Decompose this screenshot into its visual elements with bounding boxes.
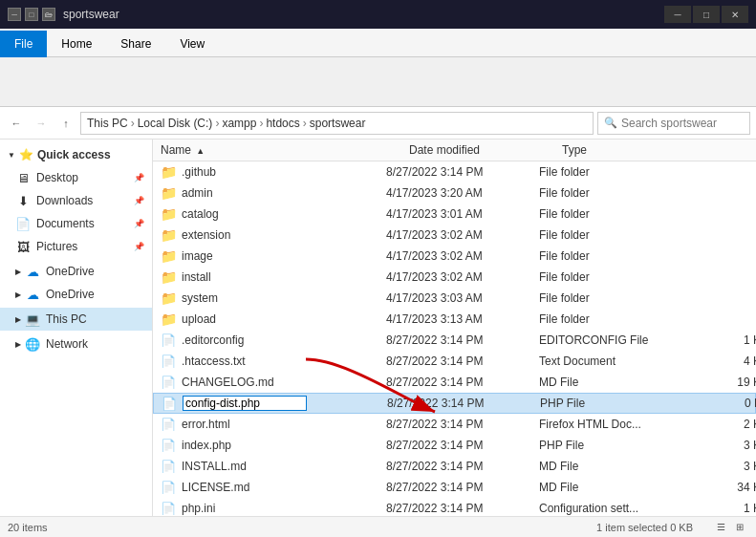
close-button[interactable]: ✕: [722, 6, 748, 23]
sidebar-item-documents[interactable]: 📄 Documents 📌: [0, 212, 152, 235]
onedrive1-arrow-icon: ▶: [15, 268, 21, 276]
file-row-extension[interactable]: 📁 extension 4/17/2023 3:02 AM File folde…: [153, 225, 756, 246]
status-view-icons: ☰ ⊞: [712, 519, 748, 536]
path-item-sportswear[interactable]: sportswear: [310, 117, 366, 130]
file-row-editorconfig[interactable]: 📄 .editorconfig 8/27/2022 3:14 PM EDITOR…: [153, 330, 756, 351]
sidebar-item-onedrive2[interactable]: ▶ ☁ OneDrive: [0, 283, 152, 306]
file-name-text: error.html: [182, 418, 230, 431]
file-name-col: 📄 LICENSE.md: [161, 481, 386, 494]
file-date: 8/27/2022 3:14 PM: [387, 397, 540, 410]
file-date: 8/27/2022 3:14 PM: [386, 502, 539, 515]
txt-icon: 📄: [161, 354, 176, 368]
file-date: 8/27/2022 3:14 PM: [386, 165, 539, 179]
title-controls[interactable]: ─ □ ✕: [664, 6, 748, 23]
file-type: File folder: [539, 312, 692, 326]
col-header-size[interactable]: Size: [715, 143, 756, 157]
network-arrow-icon: ▶: [15, 340, 21, 349]
file-name-text: INSTALL.md: [182, 460, 247, 473]
forward-button[interactable]: →: [31, 113, 52, 134]
file-date: 8/27/2022 3:14 PM: [386, 460, 539, 473]
file-name-col: 📁 image: [161, 249, 386, 263]
sidebar-item-onedrive1[interactable]: ▶ ☁ OneDrive: [0, 260, 152, 283]
back-button[interactable]: ←: [6, 113, 27, 134]
sidebar-item-downloads[interactable]: ⬇ Downloads 📌: [0, 189, 152, 212]
desktop-label: Desktop: [36, 171, 78, 184]
view-tiles-icon[interactable]: ⊞: [731, 519, 748, 536]
file-row-htaccess[interactable]: 📄 .htaccess.txt 8/27/2022 3:14 PM Text D…: [153, 351, 756, 372]
file-name-col: 📄 INSTALL.md: [161, 460, 386, 473]
address-path[interactable]: This PC › Local Disk (C:) › xampp › htdo…: [80, 112, 594, 135]
file-date: 4/17/2023 3:02 AM: [386, 249, 539, 263]
file-name-col: 📄: [162, 396, 387, 411]
file-name-text: image: [182, 249, 213, 263]
file-row-github[interactable]: 📁 .github 8/27/2022 3:14 PM File folder: [153, 161, 756, 183]
file-type: File folder: [539, 270, 692, 284]
folder-icon: 📁: [161, 186, 176, 200]
file-name-col: 📁 install: [161, 270, 386, 284]
maximize-button[interactable]: □: [693, 6, 720, 23]
file-row-system[interactable]: 📁 system 4/17/2023 3:03 AM File folder: [153, 288, 756, 309]
sidebar-item-this-pc[interactable]: ▶ 💻 This PC: [0, 308, 152, 331]
path-item-local-disk[interactable]: Local Disk (C:): [138, 117, 213, 130]
sidebar-item-network[interactable]: ▶ 🌐 Network: [0, 333, 152, 355]
folder-icon: 📁: [161, 249, 176, 263]
file-row-index-php[interactable]: 📄 index.php 8/27/2022 3:14 PM PHP File 3…: [153, 435, 756, 456]
file-row-error-html[interactable]: 📄 error.html 8/27/2022 3:14 PM Firefox H…: [153, 414, 756, 435]
tab-share[interactable]: Share: [106, 30, 165, 56]
tab-file[interactable]: File: [0, 31, 47, 57]
file-name-text: .htaccess.txt: [182, 354, 246, 368]
folder-icon: 📁: [161, 270, 176, 284]
main-area: ▼ ⭐ Quick access 🖥 Desktop 📌 ⬇ Downloads…: [0, 140, 756, 516]
path-item-htdocs[interactable]: htdocs: [266, 117, 299, 130]
file-date: 8/27/2022 3:14 PM: [386, 376, 539, 389]
file-row-install-md[interactable]: 📄 INSTALL.md 8/27/2022 3:14 PM MD File 3…: [153, 456, 756, 477]
rename-input[interactable]: [183, 396, 307, 411]
file-row-admin[interactable]: 📁 admin 4/17/2023 3:20 AM File folder: [153, 183, 756, 204]
file-row-upload[interactable]: 📁 upload 4/17/2023 3:13 AM File folder: [153, 309, 756, 330]
file-type: Firefox HTML Doc...: [539, 418, 692, 431]
file-row-changelog[interactable]: 📄 CHANGELOG.md 8/27/2022 3:14 PM MD File…: [153, 372, 756, 393]
sidebar-group-quick-access[interactable]: ▼ ⭐ Quick access: [0, 143, 152, 166]
sidebar-item-pictures[interactable]: 🖼 Pictures 📌: [0, 235, 152, 258]
this-pc-label: This PC: [46, 312, 87, 326]
ribbon-tabs: File Home Share View: [0, 29, 756, 57]
file-size: 3 KB: [692, 460, 756, 473]
onedrive2-arrow-icon: ▶: [15, 290, 21, 299]
tab-home[interactable]: Home: [47, 30, 106, 56]
col-header-name[interactable]: Name ▲: [161, 143, 409, 157]
file-row-config-dist-php[interactable]: 📄 8/27/2022 3:14 PM PHP File 0 KB: [153, 393, 756, 414]
file-row-image[interactable]: 📁 image 4/17/2023 3:02 AM File folder: [153, 246, 756, 267]
search-input[interactable]: [621, 117, 744, 130]
file-type: File folder: [539, 186, 692, 200]
minimize-button[interactable]: ─: [664, 6, 691, 23]
file-name-text: php.ini: [182, 502, 215, 515]
path-item-this-pc[interactable]: This PC: [87, 117, 128, 130]
file-row-install[interactable]: 📁 install 4/17/2023 3:02 AM File folder: [153, 267, 756, 288]
sidebar-item-desktop[interactable]: 🖥 Desktop 📌: [0, 166, 152, 189]
col-header-type[interactable]: Type: [562, 143, 715, 157]
file-name-text: index.php: [182, 439, 231, 452]
search-icon: 🔍: [604, 117, 617, 129]
tab-view[interactable]: View: [165, 30, 219, 56]
file-name-col: 📄 error.html: [161, 418, 386, 431]
up-button[interactable]: ↑: [55, 113, 76, 134]
file-row-php-ini[interactable]: 📄 php.ini 8/27/2022 3:14 PM Configuratio…: [153, 498, 756, 516]
pictures-pin-icon: 📌: [134, 242, 144, 251]
file-type: File folder: [539, 228, 692, 242]
file-date: 4/17/2023 3:02 AM: [386, 228, 539, 242]
file-name-col: 📄 index.php: [161, 439, 386, 452]
file-row-catalog[interactable]: 📁 catalog 4/17/2023 3:01 AM File folder: [153, 204, 756, 225]
file-type: EDITORCONFIG File: [539, 333, 692, 347]
this-pc-icon: 💻: [25, 311, 40, 327]
col-header-date[interactable]: Date modified: [409, 143, 562, 157]
path-item-xampp[interactable]: xampp: [222, 117, 256, 130]
sidebar: ▼ ⭐ Quick access 🖥 Desktop 📌 ⬇ Downloads…: [0, 140, 153, 516]
search-box[interactable]: 🔍: [597, 112, 750, 135]
view-details-icon[interactable]: ☰: [712, 519, 729, 536]
sidebar-section-quick-access: ▼ ⭐ Quick access 🖥 Desktop 📌 ⬇ Downloads…: [0, 143, 152, 258]
quick-access-star-icon: ⭐: [19, 148, 33, 161]
file-row-license-md[interactable]: 📄 LICENSE.md 8/27/2022 3:14 PM MD File 3…: [153, 477, 756, 498]
folder-icon: 📁: [161, 165, 176, 179]
file-name-text: LICENSE.md: [182, 481, 249, 494]
title-icon-1: ─: [8, 8, 21, 21]
